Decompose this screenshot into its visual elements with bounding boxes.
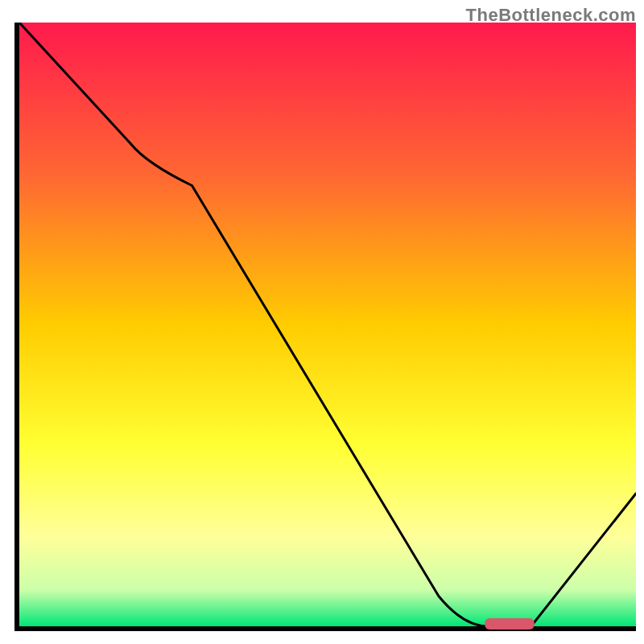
plot-area [14,23,636,631]
optimal-range-marker [485,618,535,630]
chart-svg [14,23,636,631]
chart-container: TheBottleneck.com [0,0,644,644]
gradient-background [19,23,636,626]
